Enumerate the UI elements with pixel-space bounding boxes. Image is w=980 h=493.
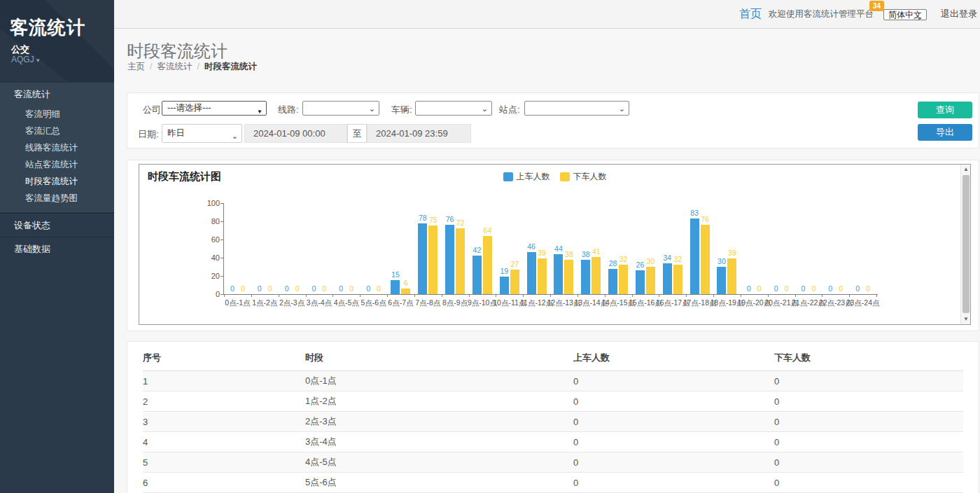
y-axis-tick xyxy=(220,239,223,240)
breadcrumb: 主页/客流统计/时段客流统计 xyxy=(127,61,257,73)
station-select[interactable]: ⌄ xyxy=(524,101,629,116)
sidebar-submenu: 客流明细客流汇总线路客流统计站点客流统计时段客流统计客流量趋势图 xyxy=(0,106,114,212)
table-cell: 5 xyxy=(143,452,305,473)
filter-panel: 公司: ---请选择---▼ 线路: ⌄ 车辆: ⌄ 站点: ⌄ 日期: 昨日⌄… xyxy=(127,92,979,148)
table-cell: 0 xyxy=(573,371,774,391)
sidebar-item-客流明细[interactable]: 客流明细 xyxy=(0,106,114,123)
table-cell: 0 xyxy=(774,452,963,473)
table-cell: 0 xyxy=(573,473,774,493)
y-axis-tick xyxy=(220,221,223,222)
y-axis-line xyxy=(223,203,224,294)
bar-下车人数-7点-8点 xyxy=(428,225,438,294)
bar-value-label: 6 xyxy=(396,279,416,287)
table-cell: 4 xyxy=(143,432,305,452)
bar-下车人数-17点-18点 xyxy=(701,225,710,294)
bar-上车人数-13点-14点 xyxy=(581,260,590,294)
sidebar-section: 设备状态 xyxy=(0,213,114,237)
vehicle-select[interactable]: ⌄ xyxy=(415,101,492,116)
company-select[interactable]: ---请选择---▼ xyxy=(162,101,267,116)
chevron-down-icon: ⌄ xyxy=(482,102,488,116)
y-axis-tick-label: 60 xyxy=(196,235,220,244)
sidebar-item-线路客流统计[interactable]: 线路客流统计 xyxy=(0,139,114,156)
x-axis-tick xyxy=(659,294,659,297)
sidebar-item-客流量趋势图[interactable]: 客流量趋势图 xyxy=(0,190,114,207)
sidebar-item-基础数据[interactable]: 基础数据 xyxy=(0,237,114,261)
breadcrumb-item[interactable]: 客流统计 xyxy=(157,62,192,71)
logout-link[interactable]: 退出登录 xyxy=(941,8,977,20)
data-table: 序号时段上车人数下车人数 10点-1点0021点-2点0032点-3点0043点… xyxy=(143,342,963,493)
chart-scrollbar[interactable]: ▲ ▼ xyxy=(960,165,970,324)
scroll-down-icon[interactable]: ▼ xyxy=(961,314,971,324)
bar-上车人数-7点-8点 xyxy=(418,223,427,294)
sidebar-item-客流统计[interactable]: 客流统计 xyxy=(0,83,114,106)
scrollbar-thumb[interactable] xyxy=(962,175,969,313)
legend-swatch-icon xyxy=(503,172,513,181)
bar-value-label: 41 xyxy=(586,247,607,256)
x-axis-tick xyxy=(605,294,606,297)
y-axis-tick xyxy=(220,258,223,258)
table-row: 10点-1点00 xyxy=(143,371,963,391)
table-row: 65点-6点00 xyxy=(143,473,963,493)
x-axis-tick xyxy=(795,294,796,297)
sidebar-item-设备状态[interactable]: 设备状态 xyxy=(0,214,114,237)
table-cell: 6 xyxy=(143,473,305,493)
y-axis-tick-label: 40 xyxy=(196,254,220,262)
x-axis-tick xyxy=(550,294,551,297)
sidebar-item-站点客流统计[interactable]: 站点客流统计 xyxy=(0,156,114,173)
bar-上车人数-16点-17点 xyxy=(663,263,672,294)
legend-item: 上车人数 xyxy=(503,171,550,183)
table-body: 10点-1点0021点-2点0032点-3点0043点-4点0054点-5点00… xyxy=(143,371,963,493)
scroll-up-icon[interactable]: ▲ xyxy=(961,165,971,174)
date-start-input[interactable]: 2024-01-09 00:00 xyxy=(244,124,347,143)
x-axis-tick xyxy=(224,294,225,297)
query-button[interactable]: 查询 xyxy=(918,102,972,118)
chart-plot: 020406080100000点-1点001点-2点002点-3点003点-4点… xyxy=(224,203,876,294)
bar-上车人数-18点-19点 xyxy=(717,267,726,294)
table-row: 43点-4点00 xyxy=(143,432,963,452)
table-cell: 0 xyxy=(573,432,774,452)
bar-上车人数-9点-10点 xyxy=(472,256,482,294)
language-select-wrap: 34 简体中文⌄ xyxy=(883,8,927,21)
x-axis-tick xyxy=(523,294,524,297)
bar-value-label: 76 xyxy=(694,215,715,223)
date-end-input[interactable]: 2024-01-09 23:59 xyxy=(367,124,471,143)
table-cell: 1 xyxy=(143,371,305,391)
language-select[interactable]: 简体中文⌄ xyxy=(883,9,927,20)
date-preset-select[interactable]: 昨日⌄ xyxy=(162,124,242,143)
app-root: 客流统计 公交 AQGJ ▾ 客流统计客流明细客流汇总线路客流统计站点客流统计时… xyxy=(0,0,980,493)
bar-value-label: 15 xyxy=(385,270,406,279)
bar-下车人数-8点-9点 xyxy=(456,228,465,294)
legend-swatch-icon xyxy=(560,172,570,181)
bar-上车人数-17点-18点 xyxy=(690,218,699,294)
org-code-dropdown[interactable]: AQGJ ▾ xyxy=(11,55,40,64)
x-axis-tick xyxy=(279,294,279,297)
company-select-value: ---请选择--- xyxy=(167,103,211,113)
table-cell: 1点-2点 xyxy=(305,391,573,412)
home-link[interactable]: 首页 xyxy=(739,7,762,22)
x-axis-tick xyxy=(306,294,307,297)
table-cell: 4点-5点 xyxy=(305,452,573,473)
chevron-down-icon: ⌄ xyxy=(369,102,375,116)
notification-badge[interactable]: 34 xyxy=(869,1,884,11)
table-header-row: 序号时段上车人数下车人数 xyxy=(143,342,963,371)
sidebar-item-客流汇总[interactable]: 客流汇总 xyxy=(0,123,114,139)
sidebar-item-时段客流统计[interactable]: 时段客流统计 xyxy=(0,173,114,190)
line-select[interactable]: ⌄ xyxy=(302,101,379,116)
bar-value-label: 72 xyxy=(450,218,471,227)
export-button[interactable]: 导出 xyxy=(918,124,972,141)
bar-上车人数-10点-11点 xyxy=(500,277,509,294)
bar-上车人数-8点-9点 xyxy=(445,225,454,294)
y-axis-tick-label: 20 xyxy=(196,272,220,280)
table-cell: 0 xyxy=(573,391,774,412)
vehicle-label: 车辆: xyxy=(391,104,412,116)
breadcrumb-item[interactable]: 主页 xyxy=(127,62,145,71)
bar-下车人数-13点-14点 xyxy=(592,257,601,294)
x-axis-tick xyxy=(713,294,714,297)
table-cell: 0 xyxy=(774,432,963,452)
x-axis-tick xyxy=(849,294,850,297)
bar-下车人数-15点-16点 xyxy=(646,267,655,294)
bar-value-label: 0 xyxy=(368,284,389,293)
chevron-down-icon: ⌄ xyxy=(916,11,923,23)
table-header-cell: 上车人数 xyxy=(573,342,774,371)
y-axis-tick-label: 80 xyxy=(196,217,220,225)
